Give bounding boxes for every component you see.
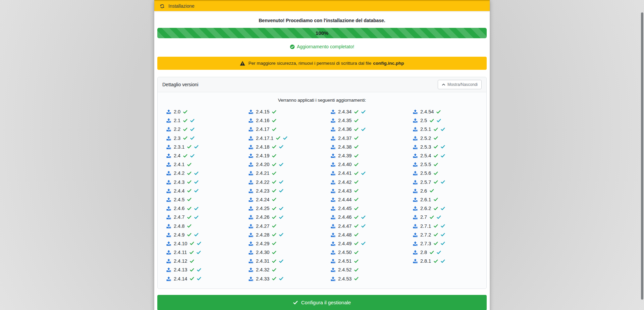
- check-extra-icon: [361, 110, 366, 114]
- check-done-icon: [434, 206, 438, 211]
- version-item: 2.4.31: [240, 257, 322, 265]
- version-item: 2.4.12: [158, 257, 240, 265]
- version-item: 2.7.2: [404, 230, 486, 239]
- check-done-icon: [183, 110, 187, 114]
- version-item: 2.4.42: [322, 178, 404, 187]
- check-done-icon: [272, 268, 276, 272]
- version-label: 2.5.7: [420, 179, 431, 185]
- install-body: Benvenuto! Procediamo con l'installazion…: [154, 18, 490, 310]
- upload-icon: [413, 206, 418, 211]
- upload-icon: [331, 224, 335, 228]
- version-label: 2.4.13: [174, 267, 187, 272]
- versions-grid: 2.0 2.1: [158, 107, 486, 289]
- refresh-icon: [160, 4, 165, 9]
- toggle-versions-button[interactable]: Mostra/Nascondi: [438, 80, 482, 89]
- version-item: 2.1: [158, 116, 240, 125]
- version-label: 2.4.25: [256, 206, 269, 211]
- upload-icon: [166, 197, 171, 202]
- page-scrollbar[interactable]: [641, 12, 643, 300]
- check-done-icon: [434, 224, 438, 228]
- version-item: 2.4.41: [322, 169, 404, 177]
- upload-icon: [166, 145, 171, 149]
- version-label: 2.4.28: [256, 232, 269, 238]
- upload-icon: [166, 241, 171, 246]
- check-extra-icon: [361, 171, 366, 175]
- upload-icon: [249, 171, 253, 175]
- check-extra-icon: [279, 215, 283, 219]
- upload-icon: [413, 250, 418, 255]
- check-done-icon: [190, 268, 194, 272]
- check-done-icon: [187, 215, 192, 219]
- version-item: 2.4.20: [240, 160, 322, 169]
- version-label: 2.4.49: [338, 241, 352, 246]
- check-done-icon: [354, 189, 359, 193]
- version-item: 2.7.3: [404, 239, 486, 248]
- check-extra-icon: [283, 136, 287, 140]
- version-item: 2.4.15: [240, 107, 322, 116]
- version-item: 2.5.7: [404, 178, 486, 187]
- version-item: 2.6.1: [404, 195, 486, 204]
- version-item: 2.4.7: [158, 213, 240, 221]
- check-extra-icon: [190, 154, 195, 158]
- check-done-icon: [272, 127, 276, 132]
- versions-panel: Dettaglio versioni Mostra/Nascondi Verra…: [157, 77, 487, 289]
- check-done-icon: [354, 276, 359, 281]
- upload-icon: [249, 162, 253, 167]
- version-label: 2.4: [174, 153, 180, 158]
- upload-icon: [413, 162, 418, 167]
- upload-icon: [249, 153, 253, 158]
- upload-icon: [331, 276, 335, 281]
- check-done-icon: [187, 206, 192, 211]
- version-item: 2.7.1: [404, 221, 486, 230]
- upload-icon: [331, 145, 335, 149]
- check-extra-icon: [441, 127, 445, 132]
- check-done-icon: [354, 232, 359, 237]
- upload-icon: [249, 189, 253, 193]
- page-title: Installazione: [168, 3, 195, 9]
- version-label: 2.4.2: [174, 170, 184, 176]
- check-extra-icon: [194, 145, 199, 149]
- version-item: 2.4.8: [158, 221, 240, 230]
- welcome-text: Benvenuto! Procediamo con l'installazion…: [157, 18, 487, 23]
- version-label: 2.4.21: [256, 170, 269, 176]
- check-done-icon: [272, 232, 276, 237]
- version-item: 2.4.32: [240, 265, 322, 274]
- version-item: 2.4.43: [322, 187, 404, 195]
- version-item: 2.4.29: [240, 239, 322, 248]
- version-item: 2.2: [158, 125, 240, 134]
- upload-icon: [413, 224, 418, 228]
- version-label: 2.7.2: [420, 232, 431, 238]
- upload-icon: [413, 136, 418, 141]
- version-label: 2.7: [420, 214, 427, 220]
- configure-button[interactable]: Configura il gestionale: [157, 295, 487, 310]
- check-extra-icon: [361, 215, 366, 219]
- check-done-icon: [434, 180, 438, 184]
- security-warning: Per maggiore sicurezza, rimuovi i permes…: [157, 57, 487, 70]
- warning-text: Per maggiore sicurezza, rimuovi i permes…: [248, 61, 371, 66]
- version-label: 2.4.51: [338, 258, 352, 264]
- check-extra-icon: [190, 118, 195, 123]
- check-done-icon: [434, 171, 438, 175]
- upload-icon: [249, 267, 253, 272]
- upload-icon: [166, 127, 171, 132]
- version-label: 2.4.17.1: [256, 136, 273, 141]
- check-done-icon: [354, 197, 359, 202]
- upload-icon: [331, 136, 335, 141]
- check-extra-icon: [441, 259, 445, 263]
- version-label: 2.4.14: [174, 276, 187, 281]
- version-label: 2.4.22: [256, 179, 269, 185]
- version-item: 2.4.48: [322, 230, 404, 239]
- check-extra-icon: [279, 162, 283, 167]
- version-label: 2.4.5: [174, 197, 184, 202]
- upload-icon: [413, 241, 418, 246]
- versions-panel-header: Dettaglio versioni Mostra/Nascondi: [158, 77, 486, 92]
- version-item: 2.5.4: [404, 151, 486, 160]
- version-item: 2.4.46: [322, 213, 404, 221]
- check-done-icon: [434, 145, 438, 149]
- check-done-icon: [434, 259, 438, 263]
- check-done-icon: [190, 276, 194, 281]
- check-extra-icon: [190, 127, 195, 132]
- check-extra-icon: [197, 250, 201, 255]
- check-done-icon: [272, 276, 276, 281]
- progress-label: 100%: [316, 30, 328, 36]
